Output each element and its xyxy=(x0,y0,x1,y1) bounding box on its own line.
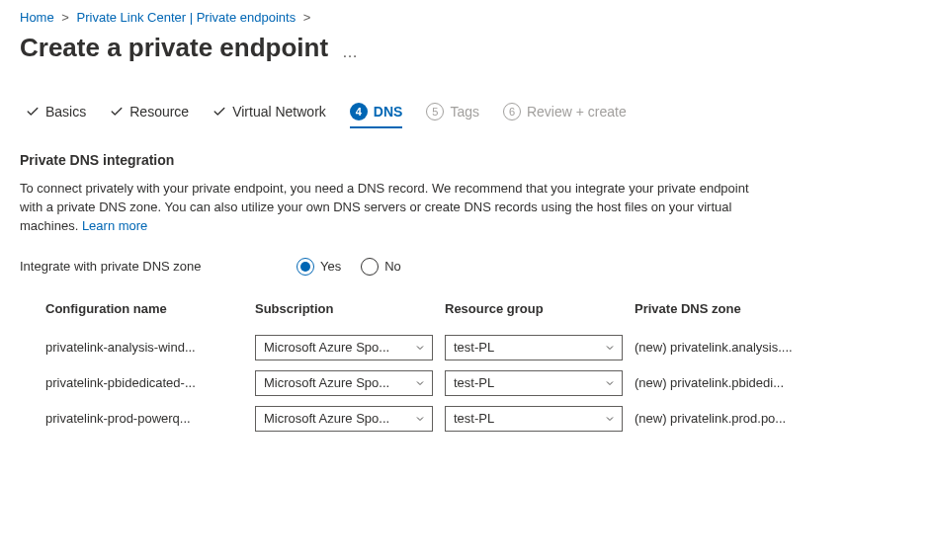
check-icon xyxy=(212,105,226,119)
chevron-down-icon xyxy=(414,413,426,425)
tab-basics[interactable]: Basics xyxy=(26,104,86,127)
integrate-dns-field: Integrate with private DNS zone Yes No xyxy=(20,258,912,276)
page-title: Create a private endpoint xyxy=(20,33,328,63)
chevron-down-icon xyxy=(604,377,616,389)
radio-yes[interactable]: Yes xyxy=(297,258,341,276)
tab-tags[interactable]: 5 Tags xyxy=(426,103,479,128)
tab-label: DNS xyxy=(374,104,403,120)
tab-label: Tags xyxy=(450,104,479,120)
col-resource-group: Resource group xyxy=(445,301,623,316)
chevron-down-icon xyxy=(604,413,616,425)
chevron-down-icon xyxy=(604,342,616,354)
step-number-icon: 5 xyxy=(426,103,444,120)
check-icon xyxy=(26,105,40,119)
integrate-dns-label: Integrate with private DNS zone xyxy=(20,259,297,274)
col-subscription: Subscription xyxy=(255,301,433,316)
subscription-dropdown[interactable]: Microsoft Azure Spo... xyxy=(255,370,433,396)
col-private-dns-zone: Private DNS zone xyxy=(635,301,852,316)
step-number-icon: 4 xyxy=(350,103,368,120)
radio-no[interactable]: No xyxy=(361,258,401,276)
radio-icon xyxy=(361,258,379,276)
chevron-right-icon: > xyxy=(61,10,69,25)
tab-resource[interactable]: Resource xyxy=(110,104,189,127)
dropdown-value: Microsoft Azure Spo... xyxy=(264,411,408,426)
radio-label: Yes xyxy=(320,259,341,274)
dropdown-value: Microsoft Azure Spo... xyxy=(264,375,408,390)
resource-group-dropdown[interactable]: test-PL xyxy=(445,406,623,432)
resource-group-dropdown[interactable]: test-PL xyxy=(445,335,623,360)
breadcrumb-private-link-center[interactable]: Private Link Center | Private endpoints xyxy=(77,10,297,25)
chevron-right-icon: > xyxy=(303,10,311,25)
section-description: To connect privately with your private e… xyxy=(20,180,771,236)
tab-label: Review + create xyxy=(527,104,627,120)
config-name-cell: privatelink-prod-powerq... xyxy=(45,411,243,426)
learn-more-link[interactable]: Learn more xyxy=(82,218,147,233)
config-name-cell: privatelink-pbidedicated-... xyxy=(45,375,243,390)
config-name-cell: privatelink-analysis-wind... xyxy=(45,340,243,355)
check-icon xyxy=(110,105,124,119)
dropdown-value: test-PL xyxy=(454,411,598,426)
section-heading-dns-integration: Private DNS integration xyxy=(20,152,912,168)
subscription-dropdown[interactable]: Microsoft Azure Spo... xyxy=(255,335,433,360)
resource-group-dropdown[interactable]: test-PL xyxy=(445,370,623,396)
step-number-icon: 6 xyxy=(503,103,521,120)
integrate-dns-radio-group: Yes No xyxy=(297,258,401,276)
page-title-row: Create a private endpoint … xyxy=(20,33,912,63)
breadcrumb-home[interactable]: Home xyxy=(20,10,54,25)
table-header-row: Configuration name Subscription Resource… xyxy=(45,301,912,330)
radio-label: No xyxy=(384,259,401,274)
breadcrumb: Home > Private Link Center | Private end… xyxy=(20,10,912,25)
table-row: privatelink-pbidedicated-... Microsoft A… xyxy=(45,365,912,401)
radio-icon xyxy=(297,258,314,276)
subscription-dropdown[interactable]: Microsoft Azure Spo... xyxy=(255,406,433,432)
dropdown-value: Microsoft Azure Spo... xyxy=(264,340,408,355)
wizard-tabs: Basics Resource Virtual Network 4 DNS 5 … xyxy=(20,103,912,128)
private-dns-zone-cell: (new) privatelink.pbidedi... xyxy=(635,375,852,390)
tab-dns[interactable]: 4 DNS xyxy=(350,103,403,128)
tab-label: Basics xyxy=(45,104,86,120)
chevron-down-icon xyxy=(414,377,426,389)
tab-label: Virtual Network xyxy=(232,104,326,120)
private-dns-zone-cell: (new) privatelink.prod.po... xyxy=(635,411,852,426)
dns-config-table: Configuration name Subscription Resource… xyxy=(45,301,912,437)
table-row: privatelink-analysis-wind... Microsoft A… xyxy=(45,330,912,365)
tab-label: Resource xyxy=(129,104,189,120)
tab-review-create[interactable]: 6 Review + create xyxy=(503,103,627,128)
table-row: privatelink-prod-powerq... Microsoft Azu… xyxy=(45,401,912,437)
dropdown-value: test-PL xyxy=(454,375,598,390)
dropdown-value: test-PL xyxy=(454,340,598,355)
chevron-down-icon xyxy=(414,342,426,354)
tab-virtual-network[interactable]: Virtual Network xyxy=(212,104,326,127)
col-config-name: Configuration name xyxy=(45,301,243,316)
private-dns-zone-cell: (new) privatelink.analysis.... xyxy=(635,340,852,355)
more-actions-button[interactable]: … xyxy=(342,37,358,60)
